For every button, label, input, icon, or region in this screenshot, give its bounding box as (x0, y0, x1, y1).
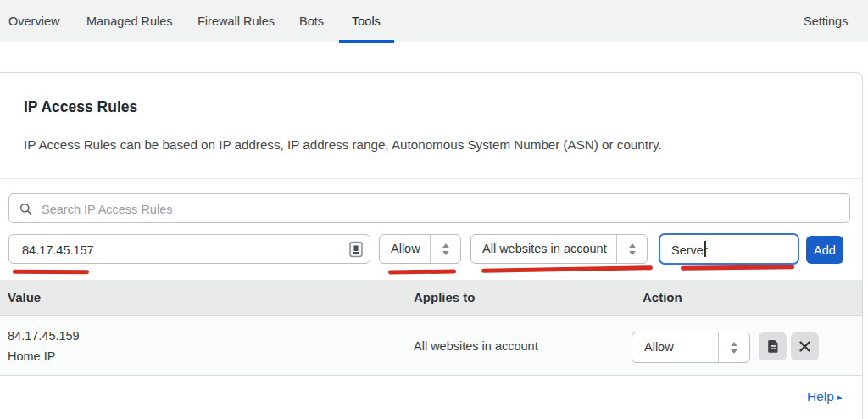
help-arrow-icon: ▸ (837, 392, 843, 402)
add-button[interactable]: Add (806, 236, 843, 264)
active-tab-underline (339, 40, 394, 43)
annotation-underline-action (388, 270, 456, 275)
ip-input-wrap (8, 234, 370, 264)
page-title: IP Access Rules (24, 98, 137, 116)
column-header-applies-to: Applies to (414, 280, 476, 316)
tab-settings[interactable]: Settings (804, 0, 848, 42)
top-nav: Overview Managed Rules Firewall Rules Bo… (0, 0, 868, 42)
divider (616, 235, 617, 263)
column-header-action: Action (643, 280, 682, 316)
chevron-updown-icon (626, 243, 638, 256)
tab-overview[interactable]: Overview (8, 0, 59, 42)
rule-action-value: Allow (644, 340, 674, 354)
delete-rule-button[interactable] (791, 332, 819, 360)
rule-label: Home IP (8, 349, 55, 363)
table-row: 84.17.45.159 Home IP All websites in acc… (0, 316, 862, 376)
note-icon (766, 339, 780, 354)
rule-applies-to: All websites in account (414, 339, 538, 353)
close-icon (799, 341, 810, 352)
tab-managed-rules[interactable]: Managed Rules (86, 0, 173, 42)
panel-description: IP Access Rules can be based on IP addre… (24, 137, 662, 152)
ip-input[interactable] (20, 237, 346, 263)
rule-value: 84.17.45.159 (8, 329, 80, 343)
divider (0, 178, 862, 179)
action-select[interactable]: Allow (379, 234, 461, 264)
help-link-label: Help (807, 389, 834, 404)
autofill-icon[interactable] (349, 241, 363, 258)
scope-select[interactable]: All websites in account (470, 234, 648, 264)
edit-note-button[interactable] (759, 332, 787, 360)
annotation-underline-ip (13, 270, 89, 275)
search-icon (19, 203, 32, 215)
column-header-value: Value (8, 280, 41, 316)
tab-bots[interactable]: Bots (299, 0, 324, 42)
help-link[interactable]: Help▸ (807, 389, 842, 405)
divider (718, 332, 719, 362)
text-cursor (704, 241, 706, 257)
scope-select-value: All websites in account (482, 242, 607, 255)
tab-firewall-rules[interactable]: Firewall Rules (198, 0, 275, 42)
search-box (8, 193, 850, 223)
tab-tools[interactable]: Tools (352, 0, 381, 42)
table-header: Value Applies to Action (0, 280, 862, 316)
note-input[interactable] (670, 237, 792, 262)
action-select-value: Allow (391, 242, 420, 255)
divider (430, 235, 431, 263)
chevron-updown-icon (440, 243, 452, 256)
note-input-wrap (659, 233, 799, 265)
chevron-updown-icon (728, 341, 740, 355)
rule-action-select[interactable]: Allow (632, 332, 750, 363)
firewall-tools-page: Overview Managed Rules Firewall Rules Bo… (0, 0, 868, 419)
search-input[interactable] (40, 196, 840, 222)
